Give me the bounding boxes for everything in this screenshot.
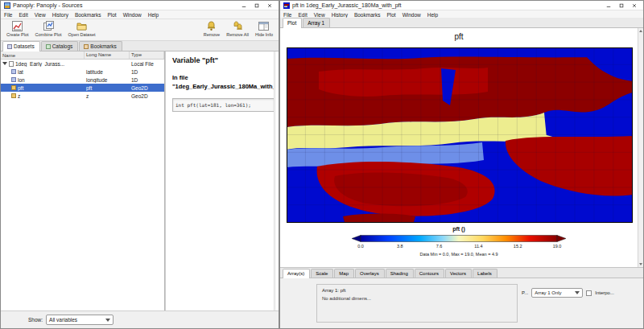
tick-4: 15.2 (514, 244, 522, 249)
plot-combine-label: P... (522, 290, 528, 295)
menu-edit[interactable]: Edit (295, 12, 310, 18)
interpolate-checkbox[interactable] (586, 290, 592, 296)
paleo-map (287, 47, 633, 223)
colorbar-ticks: 0.0 3.8 7.6 11.4 15.2 19.0 (280, 244, 638, 249)
menu-plot[interactable]: Plot (383, 12, 398, 18)
tab-contours[interactable]: Contours (415, 269, 444, 278)
scroll-up-icon[interactable] (638, 28, 643, 34)
tab-contours-label: Contours (419, 271, 439, 276)
open-dataset-icon (76, 21, 87, 31)
table-row-z[interactable]: z z Geo2D (1, 92, 164, 100)
expand-arrow-icon[interactable] (2, 62, 7, 65)
tick-1: 3.8 (397, 244, 403, 249)
minimize-button[interactable] (238, 2, 250, 10)
plot-view-tabs: Plot Array 1 (280, 18, 643, 28)
sources-content: Name Long Name Type 1deg_Early_Jurass...… (1, 51, 279, 310)
tab-shading[interactable]: Shading (386, 269, 414, 278)
colorbar-title: pft () (280, 226, 638, 232)
row-lon-long-name: longitude (85, 77, 130, 83)
show-variables-dropdown[interactable]: All variables (46, 315, 114, 325)
close-button[interactable] (629, 2, 640, 10)
table-row-lat[interactable]: lat latitude 1D (1, 68, 164, 76)
menu-file[interactable]: File (280, 12, 295, 18)
show-variables-value: All variables (49, 317, 77, 323)
in-file-label: In file (172, 74, 270, 81)
menu-bookmarks[interactable]: Bookmarks (72, 12, 105, 18)
dataset-name: 1deg_Early_Jurass... (15, 61, 64, 67)
menu-file[interactable]: File (1, 12, 15, 18)
close-button[interactable] (264, 2, 275, 10)
menu-plot[interactable]: Plot (104, 12, 119, 18)
tab-catalogs-label: Catalogs (52, 43, 73, 49)
menu-edit[interactable]: Edit (15, 12, 31, 18)
sources-toolbar: Create Plot Combine Plot Open Dataset Re… (1, 19, 279, 41)
pft-plot-window: pft in 1deg_Early_Jurassic_180Ma_with_pf… (279, 0, 644, 329)
minimize-button[interactable] (603, 2, 614, 10)
combine-plot-button[interactable]: Combine Plot (33, 20, 64, 38)
column-header-type[interactable]: Type (130, 51, 164, 59)
table-row-dataset[interactable]: 1deg_Early_Jurass... Local File (1, 60, 164, 68)
tab-bookmarks[interactable]: Bookmarks (79, 41, 122, 51)
row-z-type: Geo2D (130, 93, 164, 99)
tick-2: 7.6 (436, 244, 443, 249)
bookmarks-tab-icon (84, 44, 89, 49)
tab-arrays[interactable]: Array(s) (283, 269, 310, 278)
dataset-type: Local File (130, 61, 164, 67)
sources-titlebar[interactable]: Panoply: Panoply - Sources (1, 1, 279, 10)
maximize-button[interactable] (616, 2, 627, 10)
create-plot-label: Create Plot (6, 32, 29, 37)
menu-history[interactable]: History (328, 12, 351, 18)
tick-5: 19.0 (553, 244, 562, 249)
column-header-long-name[interactable]: Long Name (85, 51, 130, 59)
menu-view[interactable]: View (311, 12, 328, 18)
geo2d-variable-icon (11, 85, 16, 90)
panoply-app-icon (4, 2, 10, 9)
tab-overlays[interactable]: Overlays (355, 269, 385, 278)
column-header-name[interactable]: Name (1, 51, 85, 59)
array-info-box: Array 1: pft No additional dimens... (316, 284, 518, 323)
table-row-lon[interactable]: lon longitude 1D (1, 76, 164, 84)
open-dataset-button[interactable]: Open Dataset (66, 20, 98, 38)
row-lat-long-name: latitude (85, 69, 130, 75)
variable-icon (11, 69, 16, 74)
combine-arrays-dropdown[interactable]: Array 1 Only (531, 288, 583, 298)
data-stats: Data Min = 0.0, Max = 19.0, Mean = 4.9 (280, 252, 638, 257)
tab-catalogs[interactable]: Catalogs (41, 41, 79, 51)
menu-history[interactable]: History (49, 12, 72, 18)
plot-vertical-scrollbar[interactable] (638, 28, 643, 267)
tab-scale[interactable]: Scale (311, 269, 333, 278)
tab-array-1[interactable]: Array 1 (303, 18, 330, 27)
menu-view[interactable]: View (31, 12, 49, 18)
interpolate-label: Interpo... (595, 290, 614, 295)
tick-0: 0.0 (357, 244, 364, 249)
scroll-down-icon[interactable] (638, 261, 643, 267)
tab-datasets[interactable]: Datasets (2, 41, 40, 51)
menu-window[interactable]: Window (399, 12, 424, 18)
create-plot-button[interactable]: Create Plot (4, 20, 31, 38)
tab-labels[interactable]: Labels (473, 269, 497, 278)
plot-canvas: pft (280, 28, 643, 268)
maximize-button[interactable] (251, 2, 262, 10)
remove-button[interactable]: Remove (201, 20, 222, 38)
row-lat-name: lat (18, 69, 23, 75)
dataset-tree-pane: Name Long Name Type 1deg_Early_Jurass...… (1, 51, 165, 310)
tab-vectors[interactable]: Vectors (445, 269, 472, 278)
menu-bookmarks[interactable]: Bookmarks (351, 12, 384, 18)
chevron-down-icon (105, 319, 110, 322)
menu-window[interactable]: Window (120, 12, 145, 18)
remove-label: Remove (204, 32, 220, 37)
tab-scale-label: Scale (316, 271, 328, 276)
table-row-pft-selected[interactable]: pft pft Geo2D (1, 84, 164, 92)
menu-help[interactable]: Help (145, 12, 162, 18)
hide-info-button[interactable]: Hide Info (253, 20, 275, 38)
row-pft-long-name: pft (85, 85, 130, 91)
remove-icon (206, 21, 217, 31)
tab-plot[interactable]: Plot (283, 18, 302, 28)
create-plot-icon (12, 21, 23, 31)
info-panel-scrollbar[interactable] (274, 51, 276, 310)
tab-map[interactable]: Map (334, 269, 354, 278)
remove-all-button[interactable]: Remove All (224, 20, 251, 38)
plot-titlebar[interactable]: pft in 1deg_Early_Jurassic_180Ma_with_pf… (280, 1, 643, 10)
menu-help[interactable]: Help (424, 12, 441, 18)
geo2d-variable-icon (11, 93, 16, 98)
